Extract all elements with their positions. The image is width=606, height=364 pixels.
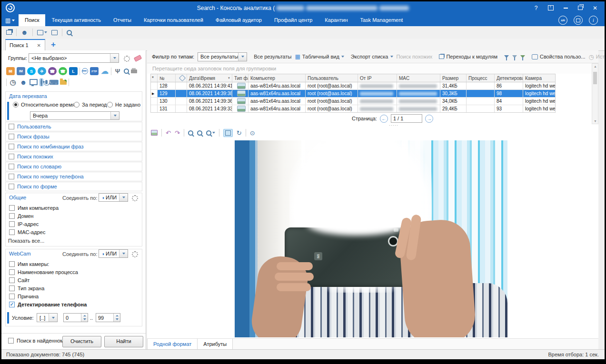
ftp-icon[interactable]: FTP — [90, 67, 99, 75]
filter-row-user[interactable]: Пользователь — [5, 122, 142, 131]
header-camera[interactable]: Камера — [523, 74, 555, 82]
restore-button[interactable] — [577, 5, 584, 11]
viber-icon[interactable]: ☎ — [48, 67, 57, 75]
filter-row-form[interactable]: Поиск по форме — [5, 182, 142, 191]
zoom-out-button[interactable] — [197, 130, 202, 136]
export-tab-button[interactable] — [37, 30, 47, 35]
header-from-ip[interactable]: От IP — [358, 74, 397, 82]
filter-funnel-edit-icon[interactable] — [512, 55, 517, 58]
header-size[interactable]: Размер — [440, 74, 467, 82]
microphone-icon[interactable] — [45, 80, 48, 84]
groups-dropdown[interactable]: <Не выбрано> — [29, 53, 119, 63]
network-search-icon[interactable] — [124, 69, 129, 74]
checkbox-icon[interactable] — [9, 184, 14, 189]
filter-row-similar[interactable]: Поиск похожих — [5, 152, 142, 161]
folder-icon[interactable] — [60, 80, 67, 85]
header-file-type[interactable]: Тип фа — [232, 74, 248, 82]
table-row[interactable]: 130 08.06.2021 14:39:36 aas-w81x64ru.aas… — [151, 98, 555, 105]
view-mode-button[interactable]: ⊙ — [250, 129, 255, 137]
app-menu-button[interactable]: ▥ — [1, 14, 19, 26]
printer-icon[interactable] — [131, 69, 137, 73]
header-date[interactable]: Дата\Время▼ — [187, 74, 232, 82]
skype-icon[interactable]: S — [27, 67, 36, 75]
checkbox-ip-address[interactable]: IP-адрес — [9, 221, 39, 227]
import-tab-button[interactable] — [51, 30, 58, 35]
checkbox-reason[interactable]: Причина — [9, 294, 39, 299]
checkbox-icon[interactable] — [9, 154, 14, 159]
checkbox-domain[interactable]: Домен — [9, 213, 33, 219]
scroll-down-icon[interactable]: ▼ — [594, 119, 597, 123]
checkbox-site[interactable]: Сайт — [9, 277, 30, 283]
tab-poisk-1[interactable]: Поиск 1 ✕ — [5, 39, 45, 50]
help-button[interactable]: ? — [533, 5, 539, 11]
close-tab-icon[interactable]: ✕ — [37, 43, 41, 48]
header-mac[interactable]: MAC — [397, 74, 440, 82]
search-similar-button[interactable]: Поиск похожих — [397, 54, 433, 59]
cloud-icon[interactable]: ☁ — [100, 67, 109, 75]
webcam-join-dropdown[interactable]: ◑ ИЛИ — [99, 249, 128, 258]
next-page-button[interactable]: → — [425, 115, 433, 123]
webcam-settings-gear-icon[interactable] — [132, 251, 138, 257]
modules-icon[interactable] — [574, 16, 583, 25]
find-button[interactable]: Найти — [104, 336, 143, 347]
relative-time-dropdown[interactable]: Вчера — [30, 111, 119, 120]
http-globe-icon[interactable] — [82, 68, 88, 74]
filter-funnel-apply-icon[interactable] — [520, 55, 525, 58]
clock-icon[interactable]: ◷ — [9, 78, 17, 86]
checkbox-icon[interactable] — [9, 174, 14, 179]
all-results-button[interactable]: Все результаты — [254, 54, 291, 59]
groups-settings-gear-icon[interactable] — [124, 56, 130, 62]
radio-not-set[interactable]: Не задано — [107, 102, 140, 108]
page-input[interactable]: 1 / 1 — [391, 114, 422, 123]
prev-page-button[interactable]: ← — [380, 115, 388, 123]
chat-history-button[interactable]: ◷История переписки — [589, 53, 605, 60]
email-icon[interactable]: ✉ — [6, 67, 15, 75]
common-join-dropdown[interactable]: ◑ ИЛИ — [99, 193, 128, 202]
im-icon[interactable]: IM — [17, 67, 25, 75]
type-filter-dropdown[interactable]: Все результаты — [198, 52, 247, 61]
close-button[interactable]: ✕ — [592, 5, 598, 11]
checkbox-camera-name[interactable]: Имя камеры: — [9, 261, 49, 267]
menu-tab-poisk[interactable]: Поиск — [19, 14, 45, 26]
checkbox-process-name[interactable]: Наименование процесса — [9, 269, 78, 275]
user-activity-icon[interactable]: ☻ — [19, 78, 28, 86]
rotate-right-button[interactable]: ↷ — [175, 129, 180, 137]
checkbox-icon[interactable] — [9, 144, 14, 149]
menu-tab-task-management[interactable]: Task Management — [354, 14, 409, 26]
go-to-modules-button[interactable]: Переходы к модулям — [439, 54, 497, 59]
header-tag[interactable] — [176, 74, 187, 82]
condition-operator-dropdown[interactable]: [..] — [37, 313, 58, 322]
export-list-button[interactable]: Экспорт списка — [351, 54, 393, 59]
tab-attributes[interactable]: Атрибуты — [198, 339, 233, 350]
api-icon[interactable]: API — [558, 16, 567, 25]
checkbox-screen-type[interactable]: Тип экрана — [9, 285, 44, 291]
fit-to-window-button[interactable] — [223, 129, 233, 137]
table-view-button[interactable]: ▦Табличный вид — [295, 53, 344, 60]
table-row-selected[interactable]: ▶ 129 08.06.2021 14:39:38 aas-w81x64ru.a… — [151, 90, 555, 98]
menu-tab-quarantine[interactable]: Карантин — [318, 14, 354, 26]
menu-tab-reports[interactable]: Отчеты — [107, 14, 138, 26]
radio-for-period[interactable]: За период — [74, 102, 107, 108]
scroll-up-icon[interactable]: ▲ — [594, 65, 597, 68]
clear-button[interactable]: Очистить — [62, 336, 101, 347]
common-settings-gear-icon[interactable] — [132, 195, 138, 201]
header-process[interactable]: Процесс — [467, 74, 495, 82]
checkbox-mac-address[interactable]: MAC-адрес — [9, 229, 45, 235]
checkbox-phone-detection[interactable]: Детектирование телефона — [9, 302, 87, 307]
checkbox-icon[interactable] — [9, 164, 14, 169]
user-properties-button[interactable]: Свойства пользо... — [532, 54, 586, 59]
filter-row-phrase-combo[interactable]: Поиск по комбинации фраз — [5, 142, 142, 151]
condition-from-spinner[interactable]: 0 — [63, 313, 88, 322]
filter-row-phone-number[interactable]: Поиск по номеру телефона — [5, 172, 142, 181]
rotate-left-button[interactable]: ↶ — [166, 129, 171, 137]
menu-tab-profile-center[interactable]: Профайл центр — [268, 14, 318, 26]
condition-to-spinner[interactable]: 99 — [96, 313, 120, 322]
clear-groups-eraser-icon[interactable] — [134, 55, 142, 62]
keyboard-icon[interactable]: ⌨ — [50, 78, 58, 86]
filter-funnel-icon[interactable] — [504, 55, 509, 58]
spinner-arrows-icon[interactable] — [113, 314, 120, 322]
header-computer[interactable]: Компьютер — [248, 74, 306, 82]
spinner-arrows-icon[interactable] — [81, 314, 88, 322]
table-row[interactable]: 131 08.06.2021 14:39:33 aas-w81x64ru.aas… — [151, 105, 555, 112]
tab-native-format[interactable]: Родной формат — [147, 339, 198, 350]
